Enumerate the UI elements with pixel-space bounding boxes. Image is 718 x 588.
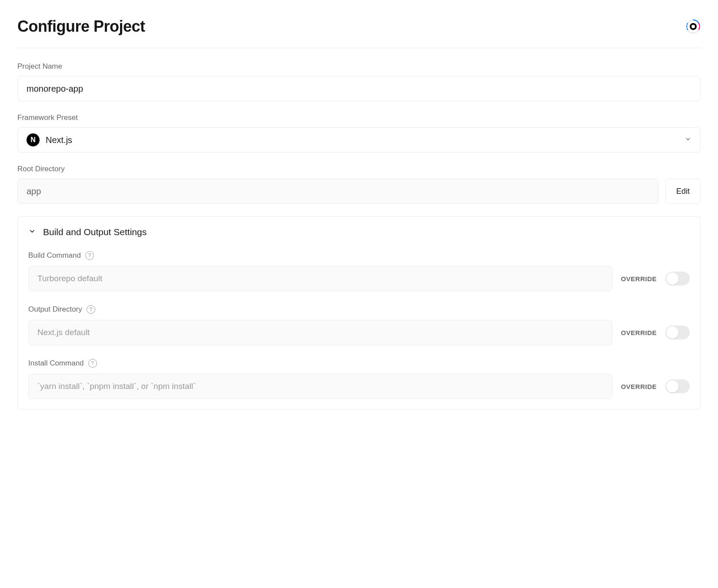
install-command-override-toggle[interactable] [665, 379, 690, 393]
framework-preset-select[interactable]: N Next.js [17, 127, 701, 153]
install-command-label: Install Command [28, 359, 84, 368]
framework-preset-group: Framework Preset N Next.js [17, 113, 701, 153]
build-command-label: Build Command [28, 251, 81, 260]
chevron-down-icon [28, 227, 36, 237]
project-name-label: Project Name [17, 62, 701, 71]
nextjs-icon: N [27, 133, 40, 146]
build-output-settings-panel: Build and Output Settings Build Command … [17, 216, 701, 410]
root-directory-group: Root Directory app Edit [17, 165, 701, 204]
override-label: OVERRIDE [621, 329, 657, 336]
install-command-input: `yarn install`, `pnpm install`, or `npm … [28, 374, 612, 399]
project-name-input[interactable] [17, 76, 701, 101]
install-command-row: Install Command ? `yarn install`, `pnpm … [28, 359, 690, 399]
root-directory-value: app [17, 179, 658, 204]
project-name-group: Project Name [17, 62, 701, 101]
help-icon[interactable]: ? [88, 359, 97, 368]
edit-root-directory-button[interactable]: Edit [665, 179, 701, 204]
page-header: Configure Project [17, 17, 701, 48]
override-label: OVERRIDE [621, 275, 657, 282]
output-directory-label: Output Directory [28, 305, 82, 314]
override-label: OVERRIDE [621, 383, 657, 390]
page-title: Configure Project [17, 17, 145, 36]
toggle-knob [666, 380, 678, 392]
output-directory-override-toggle[interactable] [665, 326, 690, 339]
root-directory-label: Root Directory [17, 165, 701, 173]
chevron-down-icon [685, 136, 691, 144]
framework-preset-label: Framework Preset [17, 113, 701, 122]
help-icon[interactable]: ? [85, 251, 94, 260]
toggle-knob [666, 326, 678, 339]
turborepo-logo-icon [686, 19, 701, 34]
svg-point-1 [691, 24, 696, 29]
build-output-settings-toggle[interactable]: Build and Output Settings [28, 227, 690, 237]
toggle-knob [666, 272, 678, 285]
build-output-settings-title: Build and Output Settings [43, 227, 147, 237]
output-directory-input: Next.js default [28, 320, 612, 345]
build-command-override-toggle[interactable] [665, 272, 690, 286]
build-command-input: Turborepo default [28, 266, 612, 291]
build-command-row: Build Command ? Turborepo default OVERRI… [28, 251, 690, 291]
output-directory-row: Output Directory ? Next.js default OVERR… [28, 305, 690, 345]
help-icon[interactable]: ? [87, 305, 95, 314]
framework-preset-value: Next.js [46, 135, 685, 145]
